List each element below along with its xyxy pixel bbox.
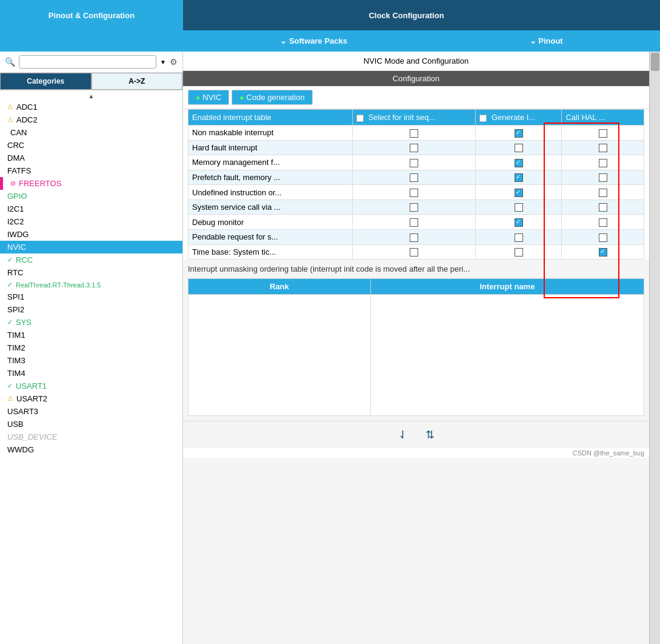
select-checkbox-cell[interactable]	[353, 185, 476, 200]
select-cb[interactable]	[410, 189, 418, 197]
select-checkbox-cell[interactable]	[353, 215, 476, 230]
callhal-cb[interactable]	[599, 189, 607, 197]
sidebar-item-usart1[interactable]: ✓ USART1	[0, 380, 182, 392]
tab-nvic[interactable]: ● NVIC	[188, 90, 229, 105]
select-checkbox-cell[interactable]	[353, 170, 476, 185]
sidebar-item-tim3[interactable]: TIM3	[0, 354, 182, 367]
callhal-cb[interactable]	[599, 144, 607, 152]
sidebar-item-freertos[interactable]: ⊘ FREERTOS	[0, 177, 182, 190]
generate-cb[interactable]	[515, 129, 523, 138]
select-checkbox-cell[interactable]	[353, 244, 476, 260]
generate-cb[interactable]	[515, 144, 523, 152]
sidebar-item-adc2[interactable]: ⚠ ADC2	[0, 113, 182, 126]
sidebar-item-can[interactable]: CAN	[0, 126, 182, 139]
generate-cb[interactable]	[515, 189, 523, 197]
sidebar-item-adc1[interactable]: ⚠ ADC1	[0, 101, 182, 113]
generate-checkbox-cell[interactable]	[476, 200, 562, 215]
select-cb[interactable]	[410, 248, 418, 257]
generate-cb[interactable]	[515, 159, 523, 167]
callhal-cb[interactable]	[599, 203, 607, 212]
search-input[interactable]	[19, 55, 156, 69]
clock-config-tab[interactable]: Clock Configuration	[183, 0, 630, 30]
th-generate-checkbox[interactable]	[479, 115, 487, 122]
pinout-dropdown[interactable]: ⌄ Pinout	[530, 36, 563, 45]
sidebar-item-spi1[interactable]: SPI1	[0, 290, 182, 303]
select-checkbox-cell[interactable]	[353, 155, 476, 170]
sidebar-item-i2c1[interactable]: I2C1	[0, 203, 182, 215]
sidebar-item-tim2[interactable]: TIM2	[0, 341, 182, 354]
pinout-config-tab[interactable]: Pinout & Configuration	[0, 0, 183, 30]
gear-icon[interactable]: ⚙	[170, 57, 178, 67]
callhal-checkbox-cell[interactable]	[562, 215, 644, 230]
sidebar-item-nvic[interactable]: NVIC	[0, 241, 182, 253]
callhal-checkbox-cell[interactable]	[562, 200, 644, 215]
sort-up-icon[interactable]: ⇅	[425, 428, 435, 441]
sidebar-item-usb[interactable]: USB	[0, 418, 182, 431]
sidebar-item-sys[interactable]: ✓ SYS	[0, 316, 182, 329]
select-checkbox-cell[interactable]	[353, 200, 476, 215]
select-cb[interactable]	[410, 218, 418, 227]
select-cb[interactable]	[410, 144, 418, 152]
sidebar-item-usart3[interactable]: USART3	[0, 405, 182, 418]
tab-code-generation[interactable]: ● Code generation	[232, 90, 312, 105]
scrollbar-thumb[interactable]	[651, 53, 659, 71]
sidebar-item-usb-device[interactable]: USB_DEVICE	[0, 431, 182, 443]
sidebar-item-dma[interactable]: DMA	[0, 152, 182, 164]
callhal-checkbox-cell[interactable]	[562, 155, 644, 170]
sidebar-item-gpio[interactable]: GPIO	[0, 190, 182, 203]
sidebar-item-spi2[interactable]: SPI2	[0, 303, 182, 316]
generate-checkbox-cell[interactable]	[476, 126, 562, 141]
select-cb[interactable]	[410, 173, 418, 182]
tab-categories[interactable]: Categories	[0, 73, 92, 90]
sidebar-item-wwdg[interactable]: WWDG	[0, 443, 182, 456]
callhal-checkbox-cell[interactable]	[562, 126, 644, 141]
generate-checkbox-cell[interactable]	[476, 170, 562, 185]
sidebar-item-crc[interactable]: CRC	[0, 139, 182, 152]
callhal-cb[interactable]	[599, 218, 607, 227]
callhal-checkbox-cell[interactable]	[562, 185, 644, 200]
sidebar-item-iwdg[interactable]: IWDG	[0, 228, 182, 241]
sidebar-item-tim4[interactable]: TIM4	[0, 367, 182, 380]
callhal-cb[interactable]	[599, 159, 607, 167]
th-select-checkbox[interactable]	[356, 115, 364, 122]
generate-checkbox-cell[interactable]	[476, 215, 562, 230]
callhal-checkbox-cell[interactable]	[562, 170, 644, 185]
generate-cb[interactable]	[515, 233, 523, 242]
select-checkbox-cell[interactable]	[353, 229, 476, 244]
generate-checkbox-cell[interactable]	[476, 185, 562, 200]
generate-cb[interactable]	[515, 203, 523, 212]
callhal-checkbox-cell[interactable]	[562, 244, 644, 260]
sidebar-item-realthread[interactable]: ✓ RealThread.RT-Thread.3.1.5	[0, 279, 182, 290]
callhal-checkbox-cell[interactable]	[562, 229, 644, 244]
dropdown-arrow-icon[interactable]: ▼	[160, 59, 166, 65]
select-cb[interactable]	[410, 159, 418, 167]
select-cb[interactable]	[410, 129, 418, 138]
scrollbar-track[interactable]	[649, 52, 660, 644]
software-packs-dropdown[interactable]: ⌄ Software Packs	[280, 36, 347, 45]
generate-checkbox-cell[interactable]	[476, 155, 562, 170]
extra-tab[interactable]	[630, 0, 660, 30]
select-checkbox-cell[interactable]	[353, 140, 476, 155]
callhal-cb[interactable]	[599, 233, 607, 242]
select-cb[interactable]	[410, 203, 418, 212]
generate-checkbox-cell[interactable]	[476, 244, 562, 260]
sidebar-item-tim1[interactable]: TIM1	[0, 329, 182, 341]
generate-checkbox-cell[interactable]	[476, 140, 562, 155]
sidebar-item-rcc[interactable]: ✓ RCC	[0, 253, 182, 266]
generate-cb[interactable]	[515, 248, 523, 257]
select-cb[interactable]	[410, 233, 418, 242]
generate-checkbox-cell[interactable]	[476, 229, 562, 244]
sidebar-item-i2c2[interactable]: I2C2	[0, 215, 182, 228]
select-checkbox-cell[interactable]	[353, 126, 476, 141]
generate-cb[interactable]	[515, 173, 523, 182]
sort-down-icon[interactable]: ⇃	[398, 428, 407, 441]
callhal-cb[interactable]	[599, 248, 607, 257]
generate-cb[interactable]	[515, 218, 523, 227]
callhal-cb[interactable]	[599, 173, 607, 182]
sidebar-item-usart2[interactable]: ⚠ USART2	[0, 392, 182, 405]
sidebar-item-rtc[interactable]: RTC	[0, 266, 182, 279]
tab-az[interactable]: A->Z	[92, 73, 183, 90]
sidebar-item-fatfs[interactable]: FATFS	[0, 164, 182, 177]
callhal-cb[interactable]	[599, 129, 607, 138]
callhal-checkbox-cell[interactable]	[562, 140, 644, 155]
